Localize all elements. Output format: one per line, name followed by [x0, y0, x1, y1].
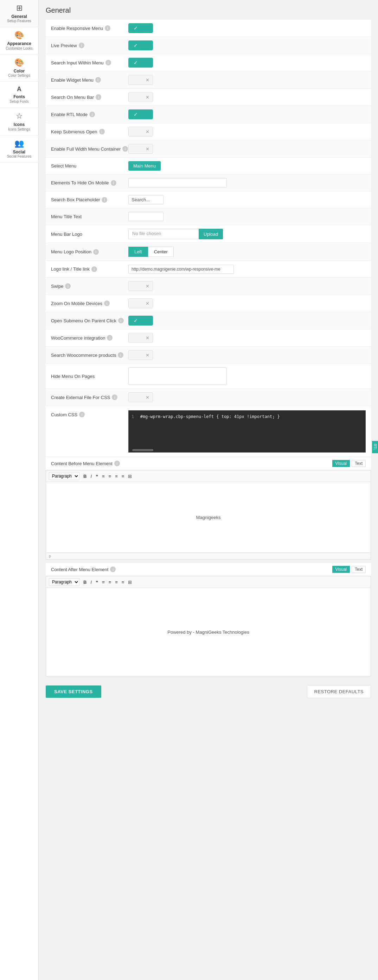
- row-logo-position: Menu Logo Position i Left Center: [46, 243, 371, 261]
- code-scrollbar[interactable]: [132, 449, 153, 451]
- info-logo-link[interactable]: i: [91, 266, 97, 272]
- quote-button-after[interactable]: ❝: [94, 579, 100, 585]
- control-menu-title: [128, 212, 366, 221]
- align-center-after[interactable]: ≡: [107, 579, 113, 585]
- hide-pages-input[interactable]: [128, 368, 227, 385]
- align-center-before[interactable]: ≡: [107, 473, 113, 480]
- toggle-external-css[interactable]: ✕: [128, 392, 153, 402]
- bold-button-before[interactable]: B: [82, 473, 88, 480]
- info-search-input[interactable]: i: [105, 60, 111, 65]
- toggle-rtl-mode[interactable]: ✓: [128, 110, 153, 119]
- rte-content-after[interactable]: Powered by - MagniGeeks Technologies: [46, 588, 371, 676]
- rte-content-before[interactable]: Magnigeeks: [46, 482, 371, 552]
- text-button-after[interactable]: Text: [352, 566, 366, 573]
- toggle-check-part: ✓: [129, 24, 143, 33]
- info-content-before[interactable]: i: [114, 461, 120, 466]
- close-icon: ✕: [146, 95, 149, 100]
- appearance-icon: 🎨: [14, 30, 24, 40]
- align-justify-before[interactable]: ≡: [120, 473, 126, 480]
- rtl-indicator[interactable]: RTL: [372, 441, 378, 453]
- row-hide-pages: Hide Menu On Pages: [46, 364, 371, 389]
- italic-button-after[interactable]: I: [89, 579, 93, 585]
- control-custom-css: 1 #mg-wprm-wrap.cbp-spmenu-left { top: 4…: [128, 410, 366, 452]
- close-icon: ✕: [146, 129, 149, 134]
- italic-button-before[interactable]: I: [89, 473, 93, 480]
- close-icon: ✕: [146, 301, 149, 306]
- info-keep-submenus[interactable]: i: [99, 129, 105, 134]
- align-left-after[interactable]: ≡: [100, 579, 106, 585]
- bold-button-after[interactable]: B: [82, 579, 88, 585]
- menu-title-input[interactable]: [128, 212, 164, 221]
- logo-link-input[interactable]: [128, 265, 234, 274]
- restore-defaults-button[interactable]: RESTORE DEFAULTS: [307, 685, 371, 698]
- sidebar-item-appearance[interactable]: 🎨 Appearance Customize Looks: [0, 27, 38, 54]
- toggle-woocommerce[interactable]: ✕: [128, 333, 153, 343]
- hide-mobile-input[interactable]: [128, 178, 227, 188]
- sidebar-item-fonts[interactable]: A Fonts Setup Fonts: [0, 82, 38, 108]
- info-content-after[interactable]: i: [110, 566, 116, 572]
- toggle-check-part: ✓: [129, 58, 143, 67]
- paragraph-select-after[interactable]: Paragraph: [49, 578, 79, 586]
- toggle-close-part: ✕: [142, 393, 152, 402]
- control-woocommerce: ✕: [128, 333, 366, 343]
- select-menu-button[interactable]: Main Menu: [128, 161, 161, 171]
- toggle-submenu-parent-click[interactable]: ✓: [128, 316, 153, 326]
- align-right-before[interactable]: ≡: [114, 473, 119, 480]
- logo-left-button[interactable]: Left: [128, 247, 148, 257]
- sidebar-item-general[interactable]: ⊞ General Setup Features: [0, 0, 38, 27]
- align-justify-after[interactable]: ≡: [120, 579, 126, 585]
- label-full-width: Enable Full Width Menu Container i: [51, 146, 128, 152]
- grid-after[interactable]: ⊞: [127, 579, 133, 585]
- toggle-search-menu-bar[interactable]: ✕: [128, 92, 153, 102]
- sidebar: ⊞ General Setup Features 🎨 Appearance Cu…: [0, 0, 39, 980]
- info-full-width[interactable]: i: [122, 146, 128, 152]
- text-button-before[interactable]: Text: [352, 460, 366, 467]
- toggle-live-preview[interactable]: ✓: [128, 40, 153, 50]
- info-hide-mobile[interactable]: i: [111, 180, 116, 186]
- info-zoom-mobile[interactable]: i: [104, 301, 110, 306]
- info-swipe[interactable]: i: [65, 283, 71, 289]
- quote-button-before[interactable]: ❝: [94, 473, 100, 480]
- close-icon: ✕: [146, 146, 149, 152]
- info-enable-responsive-menu[interactable]: i: [105, 25, 110, 31]
- info-live-preview[interactable]: i: [79, 43, 84, 48]
- toggle-right-part: [143, 316, 152, 325]
- upload-button[interactable]: Upload: [199, 229, 223, 239]
- info-woocommerce[interactable]: i: [107, 335, 113, 340]
- toggle-swipe[interactable]: ✕: [128, 281, 153, 291]
- toggle-search-input[interactable]: ✓: [128, 58, 153, 68]
- toggle-enable-responsive-menu[interactable]: ✓: [128, 23, 153, 33]
- sidebar-item-social[interactable]: 👥 Social Social Features: [0, 135, 38, 162]
- visual-button-after[interactable]: Visual: [332, 566, 350, 573]
- save-settings-button[interactable]: SAVE SETTINGS: [46, 686, 101, 698]
- grid-before[interactable]: ⊞: [127, 473, 133, 480]
- rte-before: Paragraph B I ❝ ≡ ≡ ≡ ≡ ⊞ Magnigeeks p: [46, 470, 371, 560]
- info-logo-position[interactable]: i: [93, 249, 99, 255]
- info-rtl-mode[interactable]: i: [89, 111, 95, 117]
- align-right-after[interactable]: ≡: [114, 579, 119, 585]
- paragraph-select-before[interactable]: Paragraph: [49, 472, 79, 480]
- control-submenu-parent-click: ✓: [128, 316, 366, 326]
- toggle-keep-submenus[interactable]: ✕: [128, 127, 153, 137]
- row-logo-link: Logo link / Title link i: [46, 261, 371, 278]
- toggle-left-part: [129, 393, 142, 402]
- sidebar-item-color[interactable]: 🎨 Color Color Settings: [0, 54, 38, 82]
- sidebar-item-icons[interactable]: ☆ Icons Icons Settings: [0, 108, 38, 135]
- info-submenu-parent-click[interactable]: i: [118, 318, 124, 323]
- info-widget-menu[interactable]: i: [95, 77, 101, 83]
- logo-center-button[interactable]: Center: [148, 247, 174, 257]
- info-search-woo[interactable]: i: [118, 352, 124, 358]
- visual-button-before[interactable]: Visual: [332, 460, 350, 467]
- info-external-css[interactable]: i: [112, 395, 118, 400]
- info-search-menu-bar[interactable]: i: [96, 94, 101, 100]
- toggle-zoom-mobile[interactable]: ✕: [128, 298, 153, 308]
- toggle-full-width[interactable]: ✕: [128, 144, 153, 154]
- info-custom-css[interactable]: i: [79, 412, 85, 417]
- search-placeholder-input[interactable]: [128, 195, 164, 204]
- rte-text-before: Magnigeeks: [196, 515, 221, 520]
- info-search-placeholder[interactable]: i: [102, 197, 107, 203]
- toggle-widget-menu[interactable]: ✕: [128, 75, 153, 85]
- toggle-search-woo[interactable]: ✕: [128, 350, 153, 360]
- align-left-before[interactable]: ≡: [100, 473, 106, 480]
- control-swipe: ✕: [128, 281, 366, 291]
